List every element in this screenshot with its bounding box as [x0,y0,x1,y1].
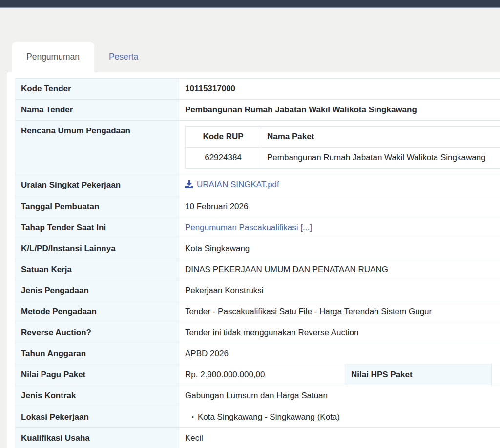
kualifikasi-usaha-label: Kualifikasi Usaha [15,428,179,448]
metode-label: Metode Pengadaan [15,301,179,322]
tahap-detail-text: [...] [300,223,312,232]
top-navbar [0,0,500,8]
nilai-hps-value [492,364,500,385]
row-tahap-tender: Tahap Tender Saat Ini Pengumuman Pascaku… [15,217,500,238]
jenis-kontrak-label: Jenis Kontrak [15,385,179,406]
tab-peserta[interactable]: Peserta [94,42,153,72]
row-rup: Rencana Umum Pengadaan Kode RUP Nama Pak… [15,121,500,174]
tahap-label: Tahap Tender Saat Ini [15,217,179,238]
reverse-auction-label: Reverse Auction? [15,322,179,343]
uraian-file-name: URAIAN SINGKAT.pdf [197,180,279,189]
row-lokasi-pekerjaan: Lokasi Pekerjaan ▪Kota Singkawang - Sing… [15,406,500,428]
uraian-label: Uraian Singkat Pekerjaan [15,174,179,196]
tab-peserta-label: Peserta [109,52,138,62]
nama-tender-label: Nama Tender [15,100,179,121]
rup-table: Kode RUP Nama Paket 62924384 Pembangunan… [185,126,500,169]
tahap-stage-text: Pengumuman Pascakualifikasi [185,223,298,232]
instansi-value: Kota Singkawang [179,238,500,259]
tender-detail-panel: Kode Tender 10115317000 Nama Tender Pemb… [7,72,500,448]
kode-tender-label: Kode Tender [15,79,179,100]
satuan-kerja-label: Satuan Kerja [15,259,179,280]
row-satuan-kerja: Satuan Kerja DINAS PEKERJAAN UMUM DAN PE… [15,259,500,280]
tahun-anggaran-value: APBD 2026 [179,343,500,364]
row-tanggal-pembuatan: Tanggal Pembuatan 10 Februari 2026 [15,196,500,217]
jenis-pengadaan-label: Jenis Pengadaan [15,280,179,301]
nama-tender-value: Pembangunan Rumah Jabatan Wakil Walikota… [179,100,500,121]
tahap-detail-toggle[interactable]: [...] [300,223,312,232]
row-kode-tender: Kode Tender 10115317000 [15,79,500,100]
row-kualifikasi-usaha: Kualifikasi Usaha Kecil [15,428,500,448]
rup-nama-value: Pembangunan Rumah Jabatan Wakil Walikota… [261,148,500,169]
tab-pengumuman-label: Pengumuman [26,52,80,62]
tahun-anggaran-label: Tahun Anggaran [15,343,179,364]
satuan-kerja-value: DINAS PEKERJAAN UMUM DAN PENATAAN RUANG [179,259,500,280]
row-uraian-singkat: Uraian Singkat Pekerjaan URAIAN SINGKAT.… [15,174,500,196]
rup-data-row: 62924384 Pembangunan Rumah Jabatan Wakil… [186,148,500,169]
lokasi-label: Lokasi Pekerjaan [15,406,179,428]
tanggal-value: 10 Februari 2026 [179,196,500,217]
tab-pengumuman[interactable]: Pengumuman [12,42,94,72]
uraian-file-link[interactable]: URAIAN SINGKAT.pdf [185,180,279,189]
location-bullet-icon: ▪ [192,414,194,420]
row-reverse-auction: Reverse Auction? Tender ini tidak menggu… [15,322,500,343]
row-metode-pengadaan: Metode Pengadaan Tender - Pascakualifika… [15,301,500,322]
jenis-kontrak-value: Gabungan Lumsum dan Harga Satuan [179,385,500,406]
rup-label: Rencana Umum Pengadaan [15,121,179,174]
rup-kode-value: 62924384 [186,148,261,169]
row-nilai-pagu: Nilai Pagu Paket Rp. 2.900.000.000,00 Ni… [15,364,500,385]
reverse-auction-value: Tender ini tidak menggunakan Reverse Auc… [179,322,500,343]
row-jenis-kontrak: Jenis Kontrak Gabungan Lumsum dan Harga … [15,385,500,406]
metode-value: Tender - Pascakualifikasi Satu File - Ha… [179,301,500,322]
nilai-hps-label: Nilai HPS Paket [345,364,492,385]
rup-header-kode: Kode RUP [186,127,261,148]
download-icon [185,180,193,191]
kode-tender-value: 10115317000 [179,79,500,100]
row-jenis-pengadaan: Jenis Pengadaan Pekerjaan Konstruksi [15,280,500,301]
instansi-label: K/L/PD/Instansi Lainnya [15,238,179,259]
tahap-stage-link[interactable]: Pengumuman Pascakualifikasi [185,223,298,232]
jenis-pengadaan-value: Pekerjaan Konstruksi [179,280,500,301]
lokasi-value: Kota Singkawang - Singkawang (Kota) [198,412,340,422]
row-nama-tender: Nama Tender Pembangunan Rumah Jabatan Wa… [15,100,500,121]
rup-header-nama: Nama Paket [261,127,500,148]
row-tahun-anggaran: Tahun Anggaran APBD 2026 [15,343,500,364]
nilai-pagu-label: Nilai Pagu Paket [15,364,179,385]
tanggal-label: Tanggal Pembuatan [15,196,179,217]
kualifikasi-usaha-value: Kecil [179,428,500,448]
nilai-pagu-value: Rp. 2.900.000.000,00 [179,364,345,385]
tab-bar: Pengumuman Peserta [7,42,500,72]
row-instansi: K/L/PD/Instansi Lainnya Kota Singkawang [15,238,500,259]
tender-detail-table: Kode Tender 10115317000 Nama Tender Pemb… [15,78,500,448]
rup-header-row: Kode RUP Nama Paket [186,127,500,148]
